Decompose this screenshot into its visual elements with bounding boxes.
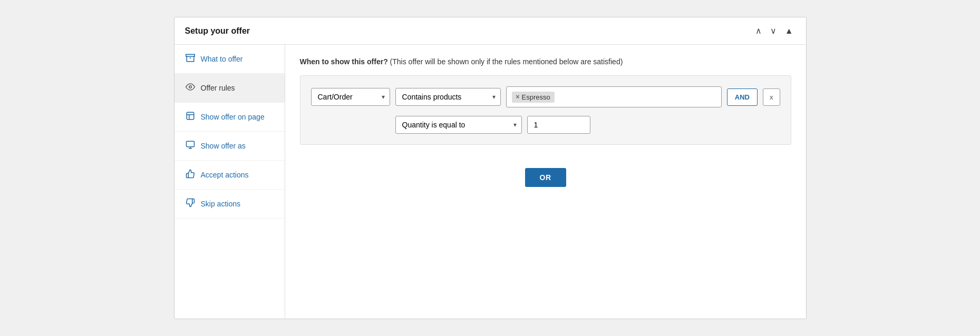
- panel-header: Setup your offer ∧ ∨ ▲: [174, 17, 806, 45]
- thumbs-down-icon: [185, 198, 196, 210]
- cart-order-select-wrapper: Cart/Order: [311, 88, 390, 106]
- sidebar-item-accept-actions[interactable]: Accept actions: [174, 161, 285, 190]
- rule-container: Cart/Order Contains products × Espresso: [300, 75, 791, 145]
- sidebar-item-what-to-offer[interactable]: What to offer: [174, 45, 285, 74]
- sidebar-item-label: Skip actions: [201, 200, 240, 208]
- sidebar-item-show-offer-on-page[interactable]: Show offer on page: [174, 103, 285, 132]
- or-button[interactable]: OR: [525, 168, 566, 187]
- svg-point-2: [189, 86, 191, 88]
- package-icon: [185, 53, 196, 65]
- tags-input[interactable]: × Espresso: [506, 86, 722, 107]
- sidebar: What to offer Offer rules: [174, 45, 285, 319]
- or-row: OR: [300, 157, 791, 197]
- sidebar-item-show-offer-as[interactable]: Show offer as: [174, 132, 285, 161]
- cart-order-select[interactable]: Cart/Order: [311, 88, 390, 106]
- rule-row-1: Cart/Order Contains products × Espresso: [311, 86, 780, 107]
- section-description: When to show this offer? (This offer wil…: [300, 57, 791, 66]
- sidebar-item-label: Show offer as: [201, 142, 246, 150]
- panel-title: Setup your offer: [185, 26, 250, 36]
- collapse-up-button[interactable]: ∧: [753, 25, 764, 37]
- sidebar-item-label: Accept actions: [201, 171, 249, 179]
- remove-rule-button[interactable]: x: [763, 88, 780, 106]
- section-title-bold: When to show this offer?: [300, 57, 388, 66]
- panel-body: What to offer Offer rules: [174, 45, 806, 319]
- condition-select-wrapper: Contains products: [395, 88, 501, 106]
- rule-row-2: Quantity is equal to: [311, 116, 780, 134]
- and-button[interactable]: AND: [727, 88, 758, 106]
- sidebar-item-label: Offer rules: [201, 84, 235, 92]
- quantity-input[interactable]: [527, 116, 590, 134]
- tag-label: Espresso: [522, 93, 550, 101]
- monitor-icon: [185, 140, 196, 152]
- main-content: When to show this offer? (This offer wil…: [285, 45, 806, 319]
- expand-button[interactable]: ▲: [783, 25, 795, 37]
- condition-select[interactable]: Contains products: [395, 88, 501, 106]
- sidebar-item-label: Show offer on page: [201, 113, 265, 121]
- sidebar-item-label: What to offer: [201, 55, 243, 63]
- tag-espresso: × Espresso: [512, 92, 555, 103]
- thumbs-up-icon: [185, 169, 196, 181]
- quantity-select[interactable]: Quantity is equal to: [395, 116, 522, 134]
- svg-rect-4: [186, 141, 194, 147]
- section-title-note: (This offer will be shown only if the ru…: [390, 57, 623, 66]
- sidebar-item-offer-rules[interactable]: Offer rules: [174, 74, 285, 103]
- setup-offer-panel: Setup your offer ∧ ∨ ▲ What to offer: [174, 17, 807, 319]
- header-controls: ∧ ∨ ▲: [753, 25, 795, 37]
- quantity-select-wrapper: Quantity is equal to: [395, 116, 522, 134]
- eye-icon: [185, 82, 196, 94]
- svg-rect-0: [186, 54, 195, 56]
- collapse-down-button[interactable]: ∨: [768, 25, 779, 37]
- svg-rect-3: [187, 112, 194, 120]
- tag-remove-icon[interactable]: ×: [516, 93, 520, 101]
- page-icon: [185, 111, 196, 123]
- sidebar-item-skip-actions[interactable]: Skip actions: [174, 190, 285, 219]
